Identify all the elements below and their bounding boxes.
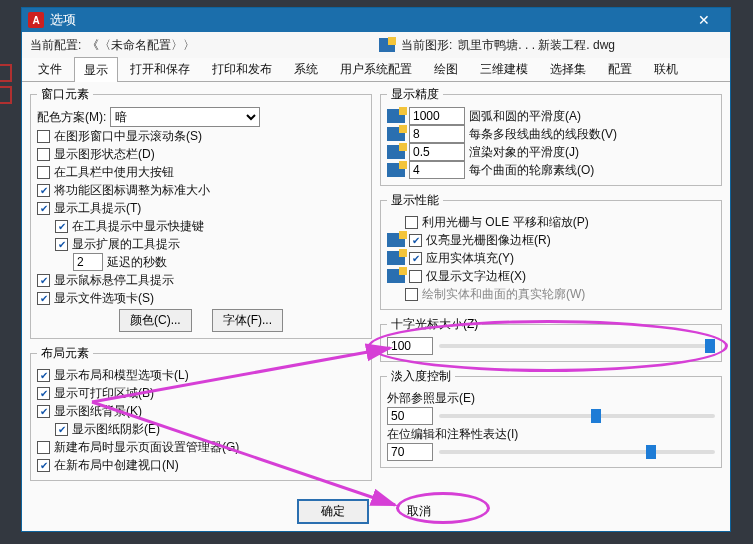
chk-file-tabs[interactable] [37, 292, 50, 305]
lbl-solid-fill: 应用实体填充(Y) [426, 250, 514, 267]
chk-paperbg[interactable] [37, 405, 50, 418]
tab-user-prefs[interactable]: 用户系统配置 [330, 56, 422, 81]
drawing-icon [379, 38, 395, 52]
chk-text-frame[interactable] [409, 270, 422, 283]
chk-largebuttons[interactable] [37, 166, 50, 179]
lbl-ribbonstd: 将功能区图标调整为标准大小 [54, 182, 210, 199]
colorscheme-select[interactable]: 暗 [110, 107, 260, 127]
fonts-button[interactable]: 字体(F)... [212, 309, 283, 332]
chk-hover-tips[interactable] [37, 274, 50, 287]
left-pane: 窗口元素 配色方案(M): 暗 在图形窗口中显示滚动条(S) 显示图形状态栏(D… [30, 86, 372, 529]
surface-contour-input[interactable] [409, 161, 465, 179]
arc-smooth-input[interactable] [409, 107, 465, 125]
lbl-paperbg: 显示图纸背景(K) [54, 403, 142, 420]
lbl-largebuttons: 在工具栏中使用大按钮 [54, 164, 174, 181]
lbl-createvp: 在新布局中创建视口(N) [54, 457, 179, 474]
chk-statusbar[interactable] [37, 148, 50, 161]
lbl-pan-raster: 利用光栅与 OLE 平移和缩放(P) [422, 214, 589, 231]
lbl-delay-seconds: 延迟的秒数 [107, 254, 167, 271]
lbl-file-tabs: 显示文件选项卡(S) [54, 290, 154, 307]
legend-precision: 显示精度 [387, 86, 443, 103]
chk-papershadow[interactable] [55, 423, 68, 436]
chk-ext-tooltips[interactable] [55, 238, 68, 251]
lbl-hover-tips: 显示鼠标悬停工具提示 [54, 272, 174, 289]
lbl-papershadow: 显示图纸阴影(E) [72, 421, 160, 438]
chk-tooltip-shortcut[interactable] [55, 220, 68, 233]
tab-system[interactable]: 系统 [284, 56, 328, 81]
right-pane: 显示精度 圆弧和圆的平滑度(A) 每条多段线曲线的线段数(V) 渲染对象的平滑度… [380, 86, 722, 529]
group-window-elements: 窗口元素 配色方案(M): 暗 在图形窗口中显示滚动条(S) 显示图形状态栏(D… [30, 86, 372, 339]
chk-layout-model-tabs[interactable] [37, 369, 50, 382]
delay-seconds-input[interactable] [73, 253, 103, 271]
chk-tooltips[interactable] [37, 202, 50, 215]
lbl-tooltip-shortcut: 在工具提示中显示快捷键 [72, 218, 204, 235]
lbl-layout-model-tabs: 显示布局和模型选项卡(L) [54, 367, 189, 384]
info-row: 当前配置: 《〈未命名配置〉〉 当前图形: 凯里市鸭塘. . . 新装工程. d… [22, 32, 730, 58]
group-performance: 显示性能 利用光栅与 OLE 平移和缩放(P) 仅亮显光栅图像边框(R) 应用实… [380, 192, 722, 310]
options-dialog: A 选项 ✕ 当前配置: 《〈未命名配置〉〉 当前图形: 凯里市鸭塘. . . … [21, 7, 731, 532]
tab-online[interactable]: 联机 [644, 56, 688, 81]
crosshair-slider[interactable] [439, 344, 715, 348]
tab-drafting[interactable]: 绘图 [424, 56, 468, 81]
lbl-ext-tooltips: 显示扩展的工具提示 [72, 236, 180, 253]
chk-true-silhouette[interactable] [405, 288, 418, 301]
lbl-surface-contour: 每个曲面的轮廓素线(O) [469, 162, 594, 179]
xref-fade-slider[interactable] [439, 414, 715, 418]
legend-crosshair: 十字光标大小(Z) [387, 316, 482, 333]
chk-pan-raster[interactable] [405, 216, 418, 229]
lbl-highlight-raster: 仅亮显光栅图像边框(R) [426, 232, 551, 249]
inplace-fade-input[interactable] [387, 443, 433, 461]
chk-scrollbars[interactable] [37, 130, 50, 143]
tab-files[interactable]: 文件 [28, 56, 72, 81]
tab-plot-publish[interactable]: 打印和发布 [202, 56, 282, 81]
lbl-printable: 显示可打印区域(B) [54, 385, 154, 402]
close-icon[interactable]: ✕ [684, 12, 724, 28]
chk-printable[interactable] [37, 387, 50, 400]
chk-ribbonstd[interactable] [37, 184, 50, 197]
tab-profiles[interactable]: 配置 [598, 56, 642, 81]
chk-pagesetupmgr[interactable] [37, 441, 50, 454]
drawing-icon [387, 127, 405, 141]
polyline-segs-input[interactable] [409, 125, 465, 143]
tab-3d[interactable]: 三维建模 [470, 56, 538, 81]
drawing-icon [387, 109, 405, 123]
lbl-statusbar: 显示图形状态栏(D) [54, 146, 155, 163]
tab-open-save[interactable]: 打开和保存 [120, 56, 200, 81]
drawing-icon [387, 145, 405, 159]
tab-selection[interactable]: 选择集 [540, 56, 596, 81]
footer-buttons: 确定 取消 [22, 500, 730, 523]
drawing-icon [387, 269, 405, 283]
crosshair-size-input[interactable] [387, 337, 433, 355]
lbl-polyline-segs: 每条多段线曲线的线段数(V) [469, 126, 617, 143]
drawing-icon [387, 233, 405, 247]
drawing-label: 当前图形: [401, 37, 452, 54]
tab-display[interactable]: 显示 [74, 57, 118, 82]
chk-createvp[interactable] [37, 459, 50, 472]
ok-button[interactable]: 确定 [298, 500, 368, 523]
lbl-tooltips: 显示工具提示(T) [54, 200, 141, 217]
colors-button[interactable]: 颜色(C)... [119, 309, 192, 332]
colorscheme-label: 配色方案(M): [37, 109, 106, 126]
chk-highlight-raster[interactable] [409, 234, 422, 247]
cancel-button[interactable]: 取消 [384, 500, 454, 523]
group-fade: 淡入度控制 外部参照显示(E) 在位编辑和注释性表达(I) [380, 368, 722, 468]
drawing-icon [387, 251, 405, 265]
titlebar: A 选项 ✕ [22, 8, 730, 32]
slider-thumb[interactable] [591, 409, 601, 423]
tabs: 文件 显示 打开和保存 打印和发布 系统 用户系统配置 绘图 三维建模 选择集 … [22, 58, 730, 82]
lbl-true-silhouette: 绘制实体和曲面的真实轮廓(W) [422, 286, 585, 303]
slider-thumb[interactable] [646, 445, 656, 459]
slider-thumb[interactable] [705, 339, 715, 353]
inplace-fade-slider[interactable] [439, 450, 715, 454]
lbl-xref-fade: 外部参照显示(E) [387, 390, 475, 407]
chk-solid-fill[interactable] [409, 252, 422, 265]
lbl-render-smooth: 渲染对象的平滑度(J) [469, 144, 579, 161]
xref-fade-input[interactable] [387, 407, 433, 425]
render-smooth-input[interactable] [409, 143, 465, 161]
legend-layout-elements: 布局元素 [37, 345, 93, 362]
profile-label: 当前配置: [30, 37, 81, 54]
lbl-arc-smooth: 圆弧和圆的平滑度(A) [469, 108, 581, 125]
drawing-icon [387, 163, 405, 177]
legend-window-elements: 窗口元素 [37, 86, 93, 103]
lbl-pagesetupmgr: 新建布局时显示页面设置管理器(G) [54, 439, 239, 456]
